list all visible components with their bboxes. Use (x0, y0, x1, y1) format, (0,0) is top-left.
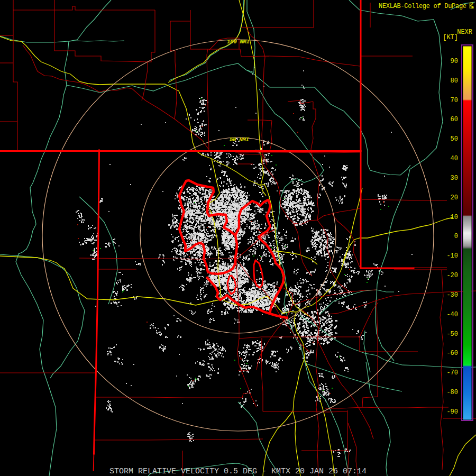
svg-text:-20: -20 (446, 272, 458, 279)
svg-text:-10: -10 (446, 252, 458, 260)
svg-text:STORM RELATIVE VELOCITY 0.5 DE: STORM RELATIVE VELOCITY 0.5 DEG - KMTX 2… (109, 467, 367, 476)
svg-text:[KT]: [KT] (443, 34, 458, 41)
svg-text:0: 0 (454, 233, 458, 240)
svg-text:20: 20 (451, 194, 458, 202)
svg-text:-40: -40 (446, 311, 458, 318)
svg-text:-30: -30 (446, 291, 458, 299)
svg-text:100 NMI: 100 NMI (227, 39, 250, 45)
svg-text:-80: -80 (446, 389, 458, 396)
svg-text:90: 90 (451, 58, 458, 65)
svg-text:-90: -90 (446, 408, 458, 416)
svg-text:-60: -60 (446, 350, 458, 357)
svg-text:70: 70 (451, 97, 458, 104)
svg-text:80: 80 (451, 77, 458, 85)
svg-text:30: 30 (451, 175, 458, 182)
svg-text:-70: -70 (446, 369, 458, 377)
svg-text:60: 60 (451, 116, 458, 123)
svg-text:40: 40 (451, 155, 458, 162)
svg-text:-50: -50 (446, 331, 458, 338)
svg-text:NEXLAB-College of DuPage: NEXLAB-College of DuPage (379, 3, 466, 10)
svg-text:50 NMI: 50 NMI (230, 136, 249, 143)
svg-text:NEXR: NEXR (457, 29, 472, 36)
svg-text:10: 10 (451, 214, 458, 221)
svg-text:50: 50 (451, 135, 458, 143)
